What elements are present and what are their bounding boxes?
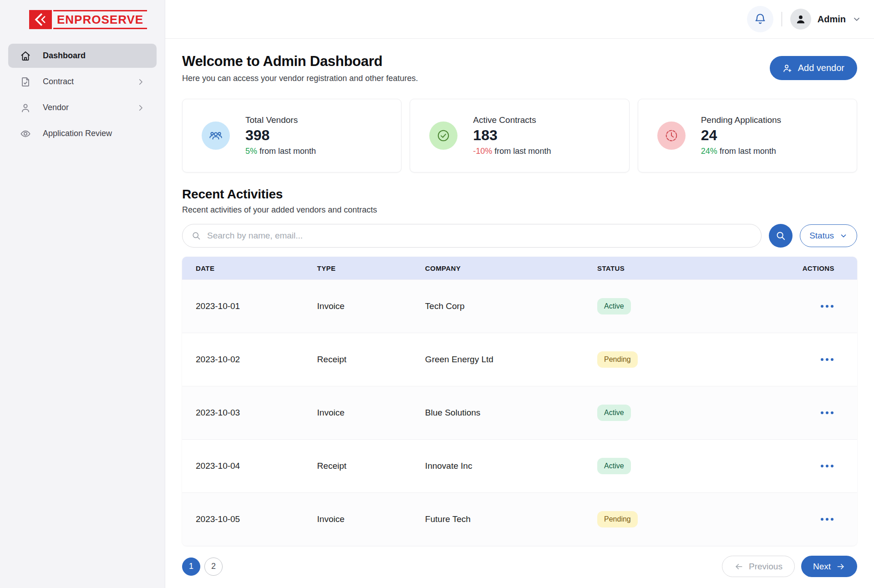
stat-delta: 24% from last month (701, 147, 781, 156)
brand-name: ENPROSERVE (53, 10, 147, 29)
add-vendor-label: Add vendor (798, 63, 844, 73)
search-icon (776, 231, 786, 241)
avatar-person-icon (795, 13, 807, 25)
row-actions-button[interactable] (820, 514, 834, 524)
page-title: Welcome to Admin Dashboard (182, 53, 418, 70)
stat-cards: Total Vendors 398 5% from last month Act… (182, 99, 857, 172)
status-badge: Active (597, 298, 631, 314)
search-input[interactable] (207, 231, 752, 241)
column-header-date: DATE (182, 264, 317, 272)
table-header-row: DATE TYPE COMPANY STATUS ACTIONS (182, 257, 857, 279)
eye-icon (20, 128, 31, 139)
cell-company: Innovate Inc (425, 461, 597, 471)
check-circle-icon (429, 122, 457, 150)
previous-label: Previous (749, 562, 783, 572)
stat-label: Pending Applications (701, 115, 781, 125)
status-badge: Pending (597, 351, 638, 368)
table-row: 2023-10-03 Invoice Blue Solutions Active (182, 386, 857, 439)
table-row: 2023-10-04 Receipt Innovate Inc Active (182, 439, 857, 492)
cell-type: Invoice (317, 408, 425, 418)
status-filter-dropdown[interactable]: Status (800, 224, 857, 247)
status-badge: Pending (597, 511, 638, 527)
next-label: Next (813, 562, 831, 572)
page-button-2[interactable]: 2 (204, 558, 223, 576)
recent-activities-table: DATE TYPE COMPANY STATUS ACTIONS 2023-10… (182, 257, 857, 546)
sidebar-item-label: Vendor (43, 103, 69, 112)
avatar (790, 9, 811, 30)
stat-value: 183 (473, 127, 551, 144)
cell-date: 2023-10-03 (182, 408, 317, 418)
cell-type: Invoice (317, 514, 425, 524)
stat-value: 24 (701, 127, 781, 144)
status-badge: Active (597, 405, 631, 421)
stat-delta: 5% from last month (245, 147, 316, 156)
row-actions-button[interactable] (820, 408, 834, 418)
column-header-company: COMPANY (425, 264, 597, 272)
row-actions-button[interactable] (820, 461, 834, 471)
row-actions-button[interactable] (820, 355, 834, 365)
search-icon (192, 231, 201, 240)
person-icon (20, 102, 31, 113)
column-header-actions: ACTIONS (749, 264, 857, 272)
users-icon (202, 122, 230, 150)
arrow-left-icon (734, 562, 743, 571)
recent-activities-title: Recent Activities (182, 187, 857, 202)
stat-card-pending-applications: Pending Applications 24 24% from last mo… (638, 99, 857, 172)
table-row: 2023-10-05 Invoice Future Tech Pending (182, 492, 857, 546)
column-header-type: TYPE (317, 264, 425, 272)
cell-company: Tech Corp (425, 301, 597, 311)
notifications-button[interactable] (747, 6, 773, 32)
sidebar-item-application-review[interactable]: Application Review (8, 122, 157, 146)
sidebar-item-dashboard[interactable]: Dashboard (8, 44, 157, 68)
stat-delta: -10% from last month (473, 147, 551, 156)
page-subtitle: Here you can access your vendor registra… (182, 74, 418, 83)
user-name: Admin (818, 14, 846, 25)
status-filter-label: Status (809, 231, 834, 241)
sidebar: ENPROSERVE Dashboard Contract (0, 0, 165, 588)
next-button[interactable]: Next (801, 556, 857, 577)
cell-company: Future Tech (425, 514, 597, 524)
page-button-1[interactable]: 1 (182, 558, 200, 576)
recent-activities-subtitle: Recent activities of your added vendors … (182, 205, 857, 215)
cell-date: 2023-10-05 (182, 514, 317, 524)
stat-value: 398 (245, 127, 316, 144)
brand-chevron-icon (29, 10, 52, 29)
column-header-status: STATUS (597, 264, 749, 272)
table-row: 2023-10-01 Invoice Tech Corp Active (182, 279, 857, 333)
cell-date: 2023-10-02 (182, 355, 317, 365)
stat-card-total-vendors: Total Vendors 398 5% from last month (182, 99, 401, 172)
cell-date: 2023-10-04 (182, 461, 317, 471)
chevron-down-icon (852, 15, 861, 24)
cell-type: Receipt (317, 355, 425, 365)
search-button[interactable] (769, 224, 793, 248)
sidebar-item-vendor[interactable]: Vendor (8, 96, 157, 120)
pagination: 1 2 Previous Next (182, 556, 857, 577)
cell-company: Green Energy Ltd (425, 355, 597, 365)
stat-label: Active Contracts (473, 115, 551, 125)
search-box (182, 224, 762, 248)
user-plus-icon (783, 63, 793, 73)
chevron-right-icon (137, 78, 145, 86)
cell-type: Invoice (317, 301, 425, 311)
main-content: Welcome to Admin Dashboard Here you can … (165, 39, 874, 588)
topbar-divider (782, 12, 782, 26)
sidebar-item-contract[interactable]: Contract (8, 70, 157, 94)
add-vendor-button[interactable]: Add vendor (770, 56, 857, 80)
stat-card-active-contracts: Active Contracts 183 -10% from last mont… (410, 99, 629, 172)
row-actions-button[interactable] (820, 301, 834, 311)
stat-label: Total Vendors (245, 115, 316, 125)
user-menu[interactable]: Admin (790, 9, 861, 30)
topbar: Admin (165, 0, 874, 39)
status-badge: Active (597, 458, 631, 474)
table-row: 2023-10-02 Receipt Green Energy Ltd Pend… (182, 333, 857, 386)
chevron-right-icon (137, 104, 145, 112)
brand-logo[interactable]: ENPROSERVE (29, 10, 165, 29)
chevron-down-icon (839, 232, 848, 240)
sidebar-nav: Dashboard Contract (0, 44, 165, 146)
previous-button[interactable]: Previous (722, 556, 795, 577)
bell-icon (754, 13, 767, 25)
arrow-right-icon (836, 562, 845, 571)
clock-icon (657, 122, 686, 150)
sidebar-item-label: Dashboard (43, 51, 86, 61)
cell-company: Blue Solutions (425, 408, 597, 418)
